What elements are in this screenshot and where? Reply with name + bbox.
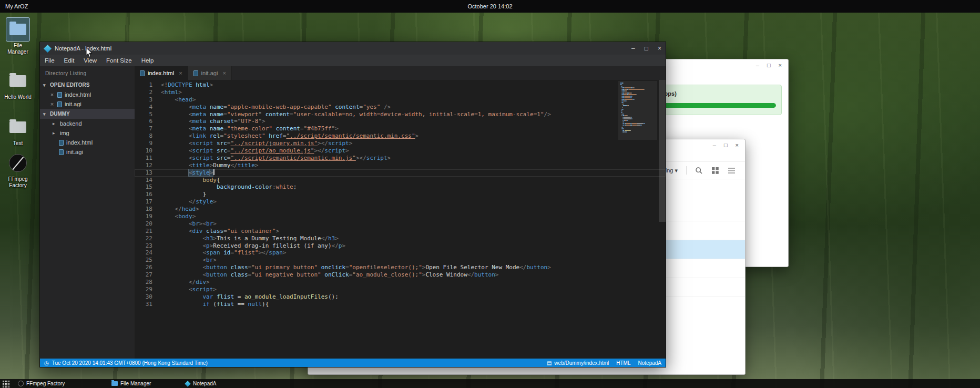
code-line[interactable]: 19 <body>: [135, 213, 666, 220]
tree-file-init-agi[interactable]: init.agi: [40, 147, 135, 157]
grid-view-icon[interactable]: [711, 167, 719, 175]
code-line[interactable]: 18 </head>: [135, 206, 666, 213]
search-icon[interactable]: [695, 167, 703, 175]
close-button[interactable]: ×: [658, 45, 661, 52]
line-number: 7: [135, 125, 152, 132]
code-line[interactable]: 22 <h3>This is a Dummy Testing Module</h…: [135, 235, 666, 242]
menu-font-size[interactable]: Font Size: [101, 56, 137, 65]
line-number: 20: [135, 220, 152, 228]
code-line[interactable]: 2<html>: [135, 89, 666, 96]
desktop-icon-hello-world[interactable]: Hello World: [3, 69, 33, 100]
line-number: 15: [135, 183, 152, 191]
minimize-button[interactable]: –: [713, 142, 716, 148]
code-line[interactable]: 15 background-color:white;: [135, 183, 666, 191]
code-line[interactable]: 14 body{: [135, 177, 666, 184]
status-filepath[interactable]: web/Dummy/index.html: [554, 360, 609, 366]
file-icon: ▤: [547, 360, 552, 366]
minimize-button[interactable]: –: [756, 63, 759, 68]
list-view-icon[interactable]: [728, 167, 736, 175]
maximize-button[interactable]: □: [645, 45, 648, 52]
code-line[interactable]: 23 <p>Received drag-in filelist (if any)…: [135, 242, 666, 250]
close-icon[interactable]: ×: [49, 101, 55, 107]
code-line[interactable]: 16 }: [135, 191, 666, 198]
code-line[interactable]: 24 <span id="flist"></span>: [135, 249, 666, 257]
menu-help[interactable]: Help: [137, 56, 159, 65]
close-button[interactable]: ×: [736, 142, 739, 148]
code-line[interactable]: 6 <meta charset="UTF-8">: [135, 118, 666, 125]
scrollbar-thumb[interactable]: [659, 80, 666, 222]
line-number: 11: [135, 155, 152, 162]
desktop-icon-file-manager[interactable]: File Manager: [3, 18, 33, 55]
open-editor-index-html[interactable]: ×index.html: [40, 90, 135, 99]
code-line[interactable]: 1<!DOCTYPE html>: [135, 81, 666, 89]
window-controls: – □ ×: [631, 45, 661, 52]
code-line[interactable]: 17 </style>: [135, 198, 666, 206]
notepada-window[interactable]: NotepadA - index.html – □ × FileEditView…: [39, 42, 666, 367]
menu-edit[interactable]: Edit: [59, 56, 79, 65]
tab-index-html[interactable]: index.html×: [135, 66, 188, 80]
chevron-right-icon: ▸: [53, 121, 57, 126]
minimize-button[interactable]: –: [631, 45, 635, 52]
code-line[interactable]: 9 <script src="../script/jquery.min.js">…: [135, 140, 666, 147]
file-icon: [59, 149, 64, 155]
taskbar-item-notepada[interactable]: NotepadA: [182, 379, 219, 388]
code-line[interactable]: 8 <link rel="stylesheet" href="../script…: [135, 132, 666, 140]
statusbar: ◷ Tue Oct 20 2020 14:01:43 GMT+0800 (Hon…: [40, 359, 666, 367]
clock-icon: ◷: [44, 360, 49, 366]
close-icon[interactable]: ×: [49, 91, 55, 98]
code-line[interactable]: 31 if (flist == null){: [135, 301, 666, 308]
close-icon[interactable]: ×: [222, 70, 226, 76]
open-editor-init-agi[interactable]: ×init.agi: [40, 99, 135, 109]
close-icon[interactable]: ×: [179, 70, 182, 76]
code-line[interactable]: 26 <button class="ui primary button" onc…: [135, 264, 666, 271]
code-line[interactable]: 4 <meta name="apple-mobile-web-app-capab…: [135, 104, 666, 111]
folder-icon: [9, 121, 26, 133]
code-line[interactable]: 27 <button class="ui negative button" on…: [135, 271, 666, 279]
desktop-icon-test[interactable]: Test: [3, 116, 33, 147]
section-open-editors[interactable]: ▾OPEN EDITORS: [40, 80, 135, 90]
notepada-logo-icon: [44, 44, 52, 52]
code-line[interactable]: 20 <br><br>: [135, 220, 666, 228]
code-line[interactable]: 10 <script src="../script/ao_module.js">…: [135, 147, 666, 155]
taskbar-item-file-manager[interactable]: File Manager: [108, 379, 154, 388]
line-number: 31: [135, 301, 152, 308]
explorer-sidebar: Directory Listing ▾OPEN EDITORS×index.ht…: [40, 66, 135, 359]
code-line[interactable]: 21 <div class="ui container">: [135, 228, 666, 235]
tree-folder-img[interactable]: ▸img: [40, 128, 135, 138]
code-editor[interactable]: 1<!DOCTYPE html>2<html>3 <head>4 <meta n…: [135, 80, 666, 359]
code-line[interactable]: 11 <script src="../script/semantic/seman…: [135, 155, 666, 162]
tree-file-index-html[interactable]: index.html: [40, 138, 135, 147]
code-line[interactable]: 3 <head>: [135, 96, 666, 104]
editor-pane: index.html×init.agi× 1<!DOCTYPE html>2<h…: [135, 66, 666, 359]
line-number: 10: [135, 147, 152, 155]
code-line[interactable]: 13 <style>: [135, 169, 666, 177]
mouse-cursor-icon: [86, 47, 93, 58]
line-number: 6: [135, 118, 152, 125]
editor-scrollbar[interactable]: [659, 80, 666, 359]
code-line[interactable]: 30 var flist = ao_module_loadInputFiles(…: [135, 293, 666, 301]
code-line[interactable]: 5 <meta name="viewport" content="user-sc…: [135, 111, 666, 118]
chevron-right-icon: ▸: [53, 130, 57, 136]
line-number: 14: [135, 177, 152, 184]
code-line[interactable]: 12 <title>Dummy</title>: [135, 162, 666, 169]
tree-folder-backend[interactable]: ▸backend: [40, 119, 135, 128]
code-line[interactable]: 25 <br>: [135, 257, 666, 264]
code-line[interactable]: 7 <meta name="theme-color" content="#4b7…: [135, 125, 666, 132]
folder-icon: [9, 24, 26, 35]
maximize-button[interactable]: □: [724, 142, 728, 148]
minimap[interactable]: [618, 81, 657, 135]
code-line[interactable]: 28 </div>: [135, 279, 666, 286]
desktop-icon-ffmpeg-factory[interactable]: FFmpeg Factory: [3, 151, 33, 189]
taskbar-item-ffmpeg-factory[interactable]: FFmpeg Factory: [15, 379, 68, 388]
code-line[interactable]: 29 <script>: [135, 286, 666, 293]
section-dummy[interactable]: ▾DUMMY: [40, 109, 135, 119]
start-menu-icon[interactable]: [3, 381, 9, 387]
maximize-button[interactable]: □: [767, 63, 771, 68]
titlebar[interactable]: NotepadA - index.html – □ ×: [40, 42, 666, 55]
menu-file[interactable]: File: [40, 56, 59, 65]
status-datetime: Tue Oct 20 2020 14:01:43 GMT+0800 (Hong …: [52, 360, 208, 366]
tab-init-agi[interactable]: init.agi×: [188, 66, 232, 80]
aroz-menu-button[interactable]: My ArOZ: [0, 3, 33, 9]
status-language[interactable]: HTML: [616, 360, 630, 366]
close-button[interactable]: ×: [779, 63, 782, 68]
